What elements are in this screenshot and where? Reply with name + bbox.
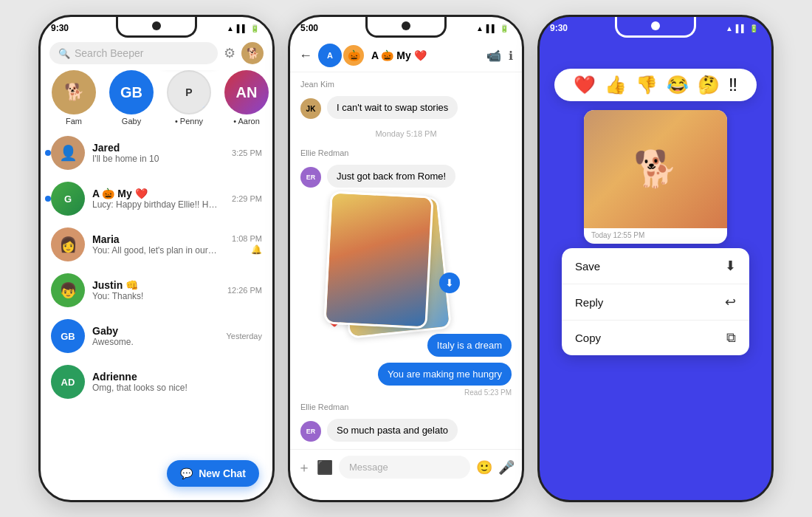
unread-dot bbox=[45, 150, 51, 156]
online-indicator bbox=[202, 106, 208, 112]
chat-avatar-maria: 👩 bbox=[51, 227, 85, 261]
chat-info-jared: Jared I'll be home in 10 bbox=[92, 142, 224, 164]
reaction-exclaim[interactable]: ‼️ bbox=[729, 75, 737, 95]
mic-icon[interactable]: 🎤 bbox=[498, 459, 515, 476]
reaction-laugh[interactable]: 😂 bbox=[667, 75, 689, 95]
context-reply[interactable]: Reply ↩ bbox=[562, 284, 749, 321]
chat-preview-justin: You: Thanks! bbox=[92, 291, 218, 301]
context-menu: Save ⬇ Reply ↩ Copy ⧉ bbox=[562, 248, 749, 355]
bubble-italy: Italy is a dream bbox=[427, 334, 512, 357]
chat-avatar-group: G bbox=[51, 182, 85, 216]
battery-icon: 🔋 bbox=[250, 24, 259, 32]
attach-icon[interactable]: ⬛ bbox=[317, 459, 333, 476]
wifi-icon-3: ▲ bbox=[726, 24, 733, 32]
bubble-ellie: Just got back from Rome! bbox=[327, 165, 455, 188]
story-fam[interactable]: 🐕 Fam bbox=[48, 70, 100, 126]
back-button[interactable]: ← bbox=[299, 48, 312, 64]
chat-item-adrienne[interactable]: AD Adrienne Omg, that looks so nice! bbox=[41, 359, 272, 405]
day-divider: Monday 5:18 PM bbox=[300, 129, 512, 138]
wifi-icon-2: ▲ bbox=[476, 24, 484, 32]
chat-bubble-icon: 💬 bbox=[180, 468, 193, 479]
emoji-icon[interactable]: 🙂 bbox=[476, 459, 492, 476]
signal-icon-2: ▌▌ bbox=[486, 24, 497, 32]
chat-avatar-jared: 👤 bbox=[51, 136, 85, 170]
search-icon: 🔍 bbox=[58, 48, 70, 59]
story-label-gaby: Gaby bbox=[122, 117, 141, 126]
context-save[interactable]: Save ⬇ bbox=[562, 248, 749, 284]
battery-icon-3: 🔋 bbox=[749, 24, 758, 32]
chat-info-maria: Maria You: All good, let's plan in our m… bbox=[92, 233, 224, 256]
chat-item-maria[interactable]: 👩 Maria You: All good, let's plan in our… bbox=[41, 222, 272, 267]
phone-context-menu: 9:30 ▲ ▌▌ 🔋 ❤️ 👍 👎 😂 🤔 ‼️ 🐕 Today 12:55 … bbox=[537, 15, 774, 502]
bubble-ellie2: So much pasta and gelato bbox=[327, 419, 458, 442]
chat-time-maria: 1:08 PM bbox=[232, 234, 262, 243]
search-input-wrap[interactable]: 🔍 Search Beeper bbox=[49, 42, 218, 64]
story-gaby[interactable]: GB Gaby bbox=[106, 70, 157, 126]
reaction-thumbsup[interactable]: 👍 bbox=[605, 75, 627, 95]
message-hungry: You are making me hungry bbox=[300, 363, 512, 386]
messages-area: Jean Kim JK I can't wait to swap stories… bbox=[290, 72, 522, 449]
battery-icon-2: 🔋 bbox=[500, 24, 509, 32]
chat-meta-gaby: Yesterday bbox=[226, 332, 262, 340]
message-italy: Italy is a dream bbox=[300, 334, 512, 357]
chat-item-justin[interactable]: 👦 Justin 👊 You: Thanks! 12:26 PM bbox=[41, 267, 272, 313]
chat-preview-adrienne: Omg, that looks so nice! bbox=[92, 383, 218, 393]
dog-photo: 🐕 bbox=[584, 110, 727, 228]
copy-icon: ⧉ bbox=[726, 330, 736, 346]
reply-icon: ↩ bbox=[725, 294, 736, 310]
chat-item-jared[interactable]: 👤 Jared I'll be home in 10 3:25 PM bbox=[41, 130, 272, 176]
bubble-hungry: You are making me hungry bbox=[378, 363, 512, 386]
plus-icon[interactable]: ＋ bbox=[297, 459, 311, 476]
download-button[interactable]: ⬇ bbox=[439, 273, 460, 293]
chat-info-gaby: Gaby Awesome. bbox=[92, 325, 219, 347]
chat-list: 👤 Jared I'll be home in 10 3:25 PM G A 🎃… bbox=[41, 130, 272, 405]
chat-preview-gaby: Awesome. bbox=[92, 337, 218, 347]
context-copy-label: Copy bbox=[575, 332, 601, 344]
reaction-think[interactable]: 🤔 bbox=[698, 75, 720, 95]
chat-avatar-justin: 👦 bbox=[51, 273, 85, 307]
reaction-thumbsdown[interactable]: 👎 bbox=[636, 75, 658, 95]
chat-time-group: 2:29 PM bbox=[232, 194, 262, 203]
ellie-avatar: ER bbox=[300, 167, 321, 188]
story-penny[interactable]: P Welcome toblue bubbles! • Penny bbox=[163, 70, 215, 126]
gear-icon[interactable]: ⚙ bbox=[224, 45, 235, 61]
message-jean: JK I can't wait to swap stories bbox=[300, 96, 512, 119]
context-save-label: Save bbox=[575, 260, 600, 273]
chat-name-gaby: Gaby bbox=[92, 325, 219, 337]
reaction-heart[interactable]: ❤️ bbox=[574, 75, 596, 95]
new-chat-fab[interactable]: 💬 New Chat bbox=[167, 460, 259, 487]
context-reply-label: Reply bbox=[575, 296, 603, 309]
message-input-bar: ＋ ⬛ Message 🙂 🎤 bbox=[290, 449, 522, 485]
message-input[interactable]: Message bbox=[339, 456, 470, 479]
chat-avatar-adrienne: AD bbox=[51, 365, 85, 399]
chat-preview-jared: I'll be home in 10 bbox=[92, 154, 218, 164]
chat-meta-group: 2:29 PM bbox=[232, 194, 262, 203]
chat-name-group: A 🎃 My ❤️ bbox=[92, 188, 224, 199]
message-placeholder: Message bbox=[349, 462, 388, 473]
signal-icon-3: ▌▌ bbox=[736, 24, 746, 32]
header-avatar-2: 🎃 bbox=[342, 44, 365, 67]
story-label-penny: • Penny bbox=[175, 117, 203, 126]
chat-preview-group: Lucy: Happy birthday Ellie!! Hope you've… bbox=[92, 199, 218, 210]
photo-timestamp: Today 12:55 PM bbox=[584, 228, 727, 244]
chat-info-justin: Justin 👊 You: Thanks! bbox=[92, 279, 220, 301]
chat-header-name: A 🎃 My ❤️ bbox=[371, 49, 481, 61]
chat-name-justin: Justin 👊 bbox=[92, 279, 220, 291]
read-receipt: Read 5:23 PM bbox=[300, 388, 512, 397]
fab-label: New Chat bbox=[199, 468, 246, 479]
story-aaron[interactable]: AN • Aaron bbox=[221, 70, 272, 126]
story-label-fam: Fam bbox=[66, 117, 82, 126]
search-bar: 🔍 Search Beeper ⚙ 🐕 bbox=[49, 42, 264, 64]
context-copy[interactable]: Copy ⧉ bbox=[562, 321, 749, 355]
chat-meta-justin: 12:26 PM bbox=[227, 286, 262, 295]
chat-info-adrienne: Adrienne Omg, that looks so nice! bbox=[92, 371, 255, 393]
status-time-1: 9:30 bbox=[51, 23, 69, 33]
signal-icon: ▌▌ bbox=[237, 24, 247, 32]
chat-item-group[interactable]: G A 🎃 My ❤️ Lucy: Happy birthday Ellie!!… bbox=[41, 176, 272, 222]
video-icon[interactable]: 📹 bbox=[486, 49, 501, 63]
chat-item-gaby[interactable]: GB Gaby Awesome. Yesterday bbox=[41, 313, 272, 359]
user-avatar[interactable]: 🐕 bbox=[241, 42, 264, 64]
online-indicator-aaron bbox=[261, 107, 267, 113]
chat-time-justin: 12:26 PM bbox=[227, 286, 262, 295]
info-icon[interactable]: ℹ bbox=[509, 49, 513, 63]
